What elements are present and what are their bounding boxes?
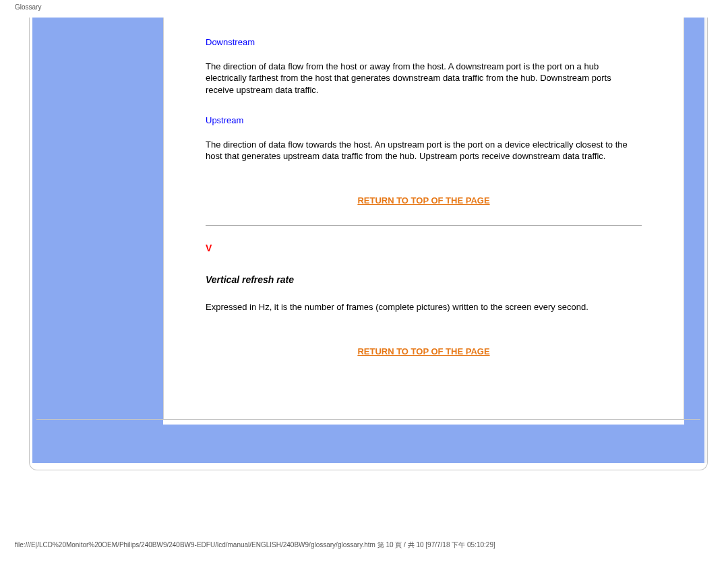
sidebar-background (32, 18, 163, 463)
term-title-downstream: Downstream (206, 36, 642, 49)
document-frame: Downstream The direction of data flow fr… (29, 18, 708, 470)
return-to-top-link[interactable]: RETURN TO TOP OF THE PAGE (206, 195, 642, 207)
content-area: Downstream The direction of data flow fr… (163, 18, 684, 420)
section-divider (206, 225, 642, 226)
right-margin-background (684, 18, 704, 463)
term-title-vertical-refresh: Vertical refresh rate (206, 274, 642, 286)
term-body-vertical-refresh: Expressed in Hz, it is the number of fra… (206, 301, 642, 313)
term-body-downstream: The direction of data flow from the host… (206, 61, 642, 96)
term-body-upstream: The direction of data flow towards the h… (206, 139, 642, 162)
return-to-top-link[interactable]: RETURN TO TOP OF THE PAGE (206, 346, 642, 358)
section-letter-v: V (206, 242, 642, 255)
term-title-upstream: Upstream (206, 115, 642, 127)
footer-file-path: file:///E|/LCD%20Monitor%20OEM/Philips/2… (15, 540, 495, 550)
scrollbar-track[interactable] (704, 18, 707, 463)
bottom-frame-background (32, 425, 704, 463)
page-header-title: Glossary (0, 0, 728, 11)
footer-divider (36, 419, 700, 420)
